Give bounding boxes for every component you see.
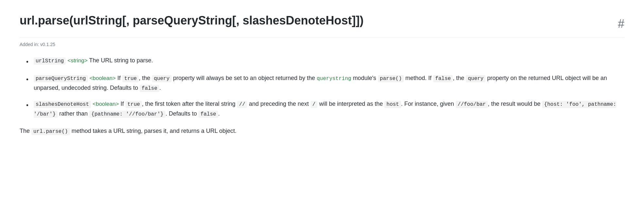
param-parsequerystring: parseQueryString <boolean> If true, the … <box>34 73 624 93</box>
param-type-parsequerystring: <boolean> <box>90 75 116 81</box>
param-slashesdenotehost: slashesDenoteHost <boolean> If true, the… <box>34 99 624 118</box>
hash-anchor[interactable]: # <box>618 13 624 33</box>
inline-code-foobar: //foo/bar <box>456 101 488 108</box>
param-name-urlstring: urlString <box>34 57 66 65</box>
param-name-parsequerystring: parseQueryString <box>34 75 88 82</box>
bullet-icon: • <box>26 74 28 85</box>
page-title: url.parse(urlString[, parseQueryString[,… <box>20 13 364 28</box>
inline-code-false3: false <box>198 111 218 118</box>
list-item: • urlString <string> The URL string to p… <box>20 56 624 67</box>
inline-code-false1: false <box>433 75 453 82</box>
bullet-icon: • <box>26 56 28 67</box>
added-in: Added in: v0.1.25 <box>20 41 624 48</box>
param-urlstring: urlString <string> The URL string to par… <box>34 56 624 66</box>
params-list: • urlString <string> The URL string to p… <box>20 56 624 118</box>
inline-code-true: true <box>122 75 139 82</box>
param-name-slashesdenotehost: slashesDenoteHost <box>34 101 91 108</box>
page-header: url.parse(urlString[, parseQueryString[,… <box>20 13 624 38</box>
inline-code-doubleslash: // <box>237 101 247 108</box>
inline-code-query2: query <box>466 75 485 82</box>
added-in-label: Added in: <box>20 42 39 47</box>
list-item: • slashesDenoteHost <boolean> If true, t… <box>20 99 624 118</box>
inline-code-query1: query <box>152 75 172 82</box>
inline-code-result2: {pathname: '//foo/bar'} <box>89 111 165 118</box>
inline-code-slash: / <box>311 101 318 108</box>
param-desc-slashesdenotehost: If true, the first token after the liter… <box>34 101 616 117</box>
param-type-urlstring: <string> <box>67 57 87 64</box>
inline-code-parse: parse() <box>378 75 404 82</box>
querystring-link[interactable]: querystring <box>317 76 351 82</box>
param-desc-parsequerystring: If true, the query property will always … <box>34 75 607 91</box>
param-desc-urlstring: The URL string to parse. <box>89 57 153 64</box>
added-in-version: v0.1.25 <box>40 42 55 47</box>
inline-code-false2: false <box>140 85 159 92</box>
footer-text: The url.parse() method takes a URL strin… <box>20 126 624 136</box>
bullet-icon: • <box>26 100 28 110</box>
inline-code-urlparse: url.parse() <box>31 128 70 135</box>
list-item: • parseQueryString <boolean> If true, th… <box>20 73 624 93</box>
inline-code-host: host <box>384 101 401 108</box>
inline-code-true2: true <box>126 101 142 108</box>
param-type-slashesdenotehost: <boolean> <box>93 101 119 107</box>
